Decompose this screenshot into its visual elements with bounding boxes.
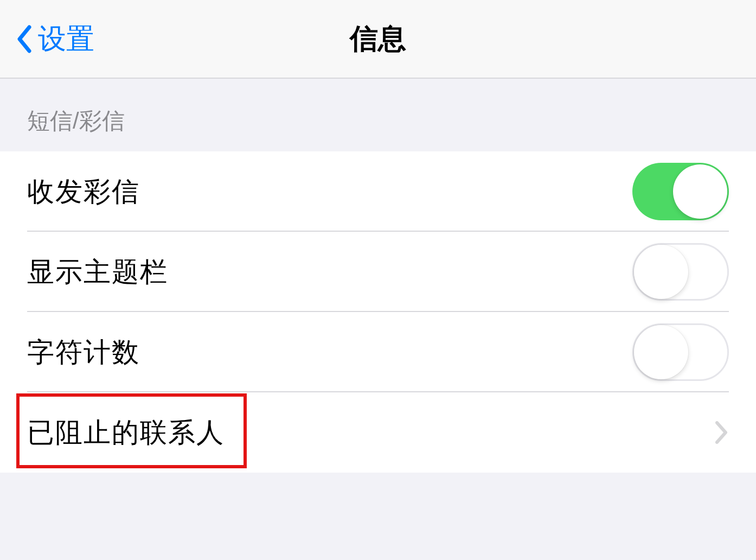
back-button[interactable]: 设置: [15, 20, 94, 58]
row-blocked-contacts[interactable]: 已阻止的联系人: [0, 392, 756, 473]
toggle-knob-icon: [634, 325, 688, 379]
toggle-knob-icon: [634, 245, 688, 299]
chevron-right-icon: [715, 421, 729, 444]
row-blocked-container: 已阻止的联系人: [0, 392, 756, 473]
row-charcount: 字符计数: [0, 312, 756, 392]
section-header: 短信/彩信: [0, 79, 756, 151]
row-label-charcount: 字符计数: [27, 334, 140, 371]
row-label-blocked: 已阻止的联系人: [27, 415, 225, 451]
back-label: 设置: [38, 20, 94, 58]
navbar: 设置 信息: [0, 0, 756, 79]
toggle-mms[interactable]: [632, 163, 729, 220]
page-title: 信息: [350, 20, 406, 58]
toggle-subject[interactable]: [632, 243, 729, 301]
toggle-knob-icon: [673, 164, 727, 219]
row-subject: 显示主题栏: [0, 232, 756, 312]
settings-group: 收发彩信 显示主题栏 字符计数 已阻止的联系人: [0, 151, 756, 473]
chevron-left-icon: [15, 25, 31, 53]
row-label-mms: 收发彩信: [27, 174, 140, 210]
row-mms: 收发彩信: [0, 151, 756, 232]
toggle-charcount[interactable]: [632, 323, 729, 381]
row-label-subject: 显示主题栏: [27, 254, 168, 290]
